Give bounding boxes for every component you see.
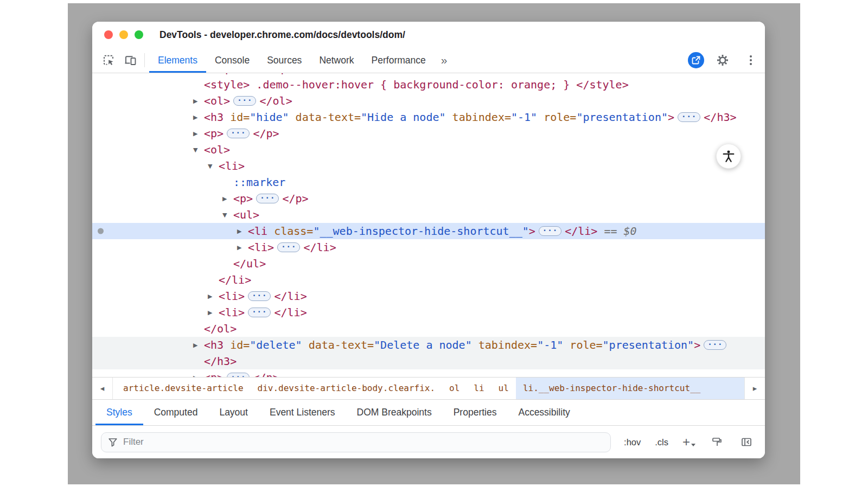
tree-row[interactable]: ▼<li> — [92, 158, 765, 174]
code-token-val: "__web-inspector-hide-shortcut__" — [313, 225, 528, 238]
paint-roller-button[interactable] — [710, 434, 725, 450]
disclosure-right-icon[interactable]: ▶ — [193, 342, 204, 349]
breadcrumb-item[interactable]: div.devsite-article-body.clearfix. — [251, 378, 443, 399]
tab-sources[interactable]: Sources — [258, 48, 310, 73]
tree-row[interactable]: ▼<ol> — [92, 142, 765, 158]
expand-children-button[interactable]: ··· — [248, 291, 271, 301]
disclosure-down-icon[interactable]: ▼ — [193, 146, 204, 153]
settings-button[interactable] — [714, 52, 731, 69]
tree-row[interactable]: ▶<p>···</p> — [92, 125, 765, 142]
expand-children-button[interactable]: ··· — [227, 373, 250, 377]
window-title: DevTools - developer.chrome.com/docs/dev… — [159, 29, 405, 41]
new-style-rule-button[interactable]: + — [682, 437, 695, 447]
disclosure-right-icon[interactable]: ▶ — [208, 309, 219, 316]
expand-children-button[interactable]: ··· — [277, 242, 300, 252]
expand-children-button[interactable]: ··· — [227, 129, 250, 138]
tab-computed[interactable]: Computed — [143, 400, 209, 425]
code-token-flag: == $0 — [597, 225, 636, 238]
tree-row[interactable]: ▶<p>···</p> — [92, 369, 765, 377]
tree-row[interactable]: ▶<h3 id="hide" data-text="Hide a node" t… — [92, 109, 765, 125]
tab-properties[interactable]: Properties — [443, 400, 508, 425]
expand-children-button[interactable]: ··· — [678, 112, 700, 122]
breadcrumb-item[interactable]: ul — [492, 378, 516, 399]
code-token-tag: > — [668, 111, 674, 124]
plus-icon: + — [682, 437, 690, 447]
main-menu-button[interactable] — [745, 52, 756, 68]
tab-network[interactable]: Network — [310, 48, 362, 73]
tab-console[interactable]: Console — [206, 48, 258, 73]
code-token-tag: <p> — [219, 73, 238, 75]
tree-row[interactable]: </ol> — [92, 321, 765, 337]
tab-layout[interactable]: Layout — [208, 400, 259, 425]
title-bar[interactable]: DevTools - developer.chrome.com/docs/dev… — [92, 22, 765, 48]
selected-node-dot — [98, 228, 104, 234]
expand-children-button[interactable]: ··· — [233, 96, 256, 106]
filter-input[interactable] — [123, 437, 604, 447]
tree-row[interactable]: ▼<ul> — [92, 207, 765, 223]
breadcrumb-item[interactable]: li.__web-inspector-hide-shortcut__ — [516, 378, 744, 399]
expand-children-button[interactable]: ··· — [256, 194, 279, 203]
tab-elements[interactable]: Elements — [149, 48, 206, 73]
breadcrumb-item[interactable]: article.devsite-article — [116, 378, 251, 399]
breadcrumb-item[interactable]: ol — [442, 378, 467, 399]
accessibility-button[interactable] — [716, 144, 741, 169]
code-token-attr: class= — [267, 225, 313, 238]
tab-dom-breakpoints[interactable]: DOM Breakpoints — [346, 400, 443, 425]
more-tabs-button[interactable]: » — [435, 48, 454, 73]
toolbar-divider — [144, 53, 145, 67]
tab-accessibility[interactable]: Accessibility — [507, 400, 580, 425]
device-toolbar-button[interactable] — [122, 52, 139, 69]
expand-children-button[interactable]: ··· — [248, 308, 271, 317]
element-classes-button[interactable]: .cls — [655, 437, 668, 447]
code-token-tag: </p> — [282, 192, 308, 205]
tree-row[interactable]: ▶<li>···</li> — [92, 239, 765, 255]
tree-row[interactable]: </ul> — [92, 255, 765, 272]
code-token-tag: </p> — [267, 73, 293, 75]
disclosure-down-icon[interactable]: ▼ — [208, 163, 219, 170]
tree-row[interactable]: <style> .demo--hover:hover { background-… — [92, 76, 765, 93]
code-token-tag: </h3> — [204, 355, 237, 368]
minimize-button[interactable] — [119, 30, 128, 39]
disclosure-down-icon[interactable]: ▼ — [222, 212, 233, 219]
tab-performance[interactable]: Performance — [363, 48, 435, 73]
code-token-tag: </li> — [565, 225, 597, 238]
expand-children-button[interactable]: ··· — [704, 340, 726, 350]
device-toolbar-icon — [124, 54, 137, 67]
tree-row[interactable]: ::marker — [92, 174, 765, 190]
tree-row[interactable]: ▶<li>···</li> — [92, 304, 765, 321]
toolbar-right-controls — [688, 52, 765, 69]
tree-row[interactable]: ▶<h3 id="delete" data-text="Delete a nod… — [92, 337, 765, 353]
open-in-new-button[interactable] — [688, 52, 704, 68]
code-token-pseudo: ::marker — [233, 176, 285, 189]
disclosure-right-icon[interactable]: ▶ — [222, 195, 233, 202]
tab-styles[interactable]: Styles — [95, 400, 143, 425]
disclosure-right-icon[interactable]: ▶ — [237, 244, 248, 251]
tree-row[interactable]: </li> — [92, 272, 765, 288]
open-in-new-icon — [691, 55, 701, 65]
code-token-tag: <li> — [248, 241, 274, 254]
expand-children-button[interactable]: ··· — [539, 226, 561, 236]
kebab-menu-icon — [750, 55, 752, 57]
sidebar-toggle-button[interactable] — [739, 434, 754, 450]
code-token-val: "presentation" — [576, 111, 668, 124]
tree-row[interactable]: ▶<p>···</p> — [92, 190, 765, 207]
tab-event-listeners[interactable]: Event Listeners — [259, 400, 346, 425]
disclosure-right-icon[interactable]: ▶ — [193, 130, 204, 137]
breadcrumb-scroll-right-button[interactable]: ▸ — [744, 378, 765, 399]
toggle-element-state-button[interactable]: :hov — [624, 437, 641, 447]
disclosure-right-icon[interactable]: ▶ — [193, 98, 204, 105]
tree-row[interactable]: </h3> — [92, 353, 765, 369]
disclosure-right-icon[interactable]: ▶ — [208, 293, 219, 300]
disclosure-right-icon[interactable]: ▶ — [237, 228, 248, 235]
disclosure-right-icon[interactable]: ▶ — [193, 114, 204, 121]
tree-row[interactable]: ▶<ol>···</ol> — [92, 93, 765, 109]
tree-row[interactable]: ▶<li class="__web-inspector-hide-shortcu… — [92, 223, 765, 239]
close-button[interactable] — [104, 30, 113, 39]
tree-row[interactable]: ▶<li>···</li> — [92, 288, 765, 304]
disclosure-right-icon[interactable]: ▶ — [193, 374, 204, 378]
zoom-button[interactable] — [135, 30, 143, 39]
inspect-element-button[interactable] — [100, 52, 117, 69]
breadcrumb-scroll-left-button[interactable]: ◂ — [92, 378, 113, 399]
breadcrumb: article.devsite-articlediv.devsite-artic… — [113, 378, 744, 399]
breadcrumb-item[interactable]: li — [467, 378, 491, 399]
